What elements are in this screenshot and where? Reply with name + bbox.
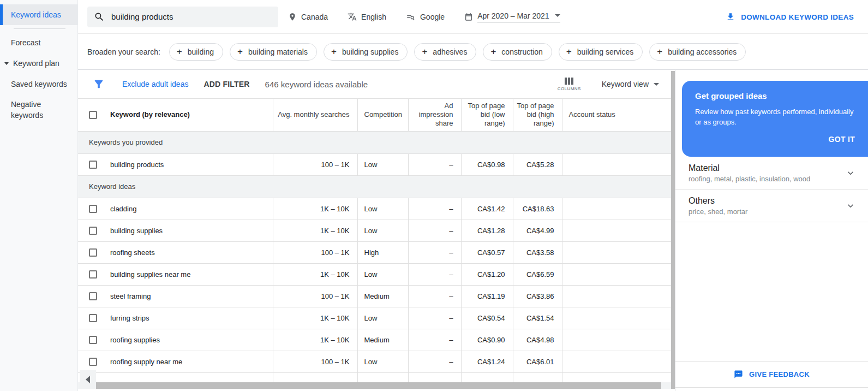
group-row-others[interactable]: Others price, shed, mortar [675,189,868,222]
row-checkbox[interactable] [89,358,97,366]
keyword-table: Keyword (by relevance) Avg. monthly sear… [78,99,671,382]
give-feedback-button[interactable]: GIVE FEEDBACK [675,361,868,388]
column-header-avg-monthly-searches[interactable]: Avg. monthly searches [273,99,357,131]
broaden-chip-building[interactable]: +building [169,43,223,61]
group-subtitle: roofing, metal, plastic, insulation, woo… [689,174,837,184]
top-of-page-bid-low-cell: CA$1.42 [461,198,513,220]
broaden-chip-building-services[interactable]: +building services [559,43,643,61]
row-checkbox[interactable] [89,161,97,169]
ad-impression-share-cell: – [408,351,461,372]
keyword-cell: cladding [110,205,136,213]
competition-cell: Low [357,263,408,285]
column-header-top-of-page-bid-high[interactable]: Top of page bid (high range) [513,99,562,131]
top-of-page-bid-high-cell: CA$3.86 [513,285,562,307]
table-row: roofing sheets 100 – 1K High – CA$0.57 C… [78,241,671,263]
row-checkbox[interactable] [89,205,97,213]
table-row: roofing supply near me 100 – 1K Low – CA… [78,351,671,372]
scroll-left-button[interactable] [80,370,96,389]
account-status-cell [562,329,671,351]
location-selector[interactable]: Canada [288,13,328,21]
group-row-material[interactable]: Material roofing, metal, plastic, insula… [675,157,868,189]
column-header-keyword[interactable]: Keyword (by relevance) [78,99,273,131]
sidebar-item-keyword-plan[interactable]: Keyword plan [0,53,77,74]
row-checkbox[interactable] [89,336,97,344]
competition-cell: High [357,241,408,263]
filter-funnel-icon[interactable] [93,78,105,90]
column-header-account-status[interactable]: Account status [562,99,671,131]
got-it-button[interactable]: GOT IT [695,135,855,144]
search-icon [94,11,105,22]
ad-impression-share-cell: – [408,329,461,351]
give-feedback-label: GIVE FEEDBACK [749,370,810,378]
top-of-page-bid-high-cell: CA$6.01 [513,351,562,372]
avg-monthly-searches-cell: 1K – 10K [273,220,357,241]
broaden-chip-building-supplies[interactable]: +building supplies [324,43,408,61]
row-checkbox[interactable] [89,270,97,279]
plus-icon: + [177,47,182,56]
competition-cell: Medium [357,285,408,307]
sidebar-item-saved-keywords[interactable]: Saved keywords [0,74,77,94]
row-checkbox[interactable] [89,314,97,322]
horizontal-scrollbar[interactable] [78,382,671,389]
keyword-view-dropdown[interactable]: Keyword view [602,80,659,88]
exclude-adult-ideas-link[interactable]: Exclude adult ideas [122,80,188,88]
keyword-view-label: Keyword view [602,80,649,88]
network-selector[interactable]: Google [406,12,445,22]
content-area: Exclude adult ideas ADD FILTER 646 keywo… [78,70,868,391]
sidebar-item-negative-keywords[interactable]: Negative keywords [0,94,77,125]
topbar: Canada English Google Apr 2020 – Mar 202… [78,0,868,70]
broaden-chip-building-accessories[interactable]: +building accessories [649,43,746,61]
account-status-cell [562,307,671,329]
column-header-top-of-page-bid-low[interactable]: Top of page bid (low range) [461,99,513,131]
ad-impression-share-cell: – [408,198,461,220]
keyword-search-box[interactable] [87,7,278,27]
account-status-cell [562,351,671,372]
avg-monthly-searches-cell: 1K – 10K [273,198,357,220]
account-status-cell [562,153,671,175]
date-range-selector[interactable]: Apr 2020 – Mar 2021 [464,11,560,22]
keyword-cell: building supplies [110,227,163,235]
column-header-competition[interactable]: Competition [357,99,408,131]
top-of-page-bid-high-cell: CA$5.28 [513,153,562,175]
add-filter-button[interactable]: ADD FILTER [203,80,249,88]
language-selector[interactable]: English [348,12,386,21]
sidebar-item-keyword-ideas[interactable]: Keyword ideas [0,4,77,25]
top-of-page-bid-low-cell: CA$1.24 [461,351,513,372]
plus-icon: + [331,47,337,56]
top-of-page-bid-high-cell: CA$18.63 [513,198,562,220]
table-header-row: Keyword (by relevance) Avg. monthly sear… [78,99,671,131]
broaden-chip-building-materials[interactable]: +building materials [230,43,317,61]
horizontal-scrollbar-thumb[interactable] [95,382,661,389]
vertical-scrollbar[interactable] [671,71,675,389]
column-header-ad-impression-share[interactable]: Ad impression share [408,99,461,131]
table-section-row: Keywords you provided [78,131,671,153]
download-icon [726,12,735,22]
row-checkbox[interactable] [89,292,97,300]
chevron-down-icon[interactable] [845,200,856,211]
top-of-page-bid-low-cell: CA$1.19 [461,285,513,307]
account-status-cell [562,220,671,241]
section-title: Keywords you provided [78,131,671,153]
grouped-ideas-panel: Get grouped ideas Review how past keywor… [675,70,868,391]
group-title: Others [689,194,837,207]
column-header-label: Keyword (by relevance) [110,110,190,119]
row-checkbox[interactable] [89,227,97,235]
avg-monthly-searches-cell: 1K – 10K [273,307,357,329]
chevron-down-icon[interactable] [845,168,856,179]
download-keyword-ideas-button[interactable]: DOWNLOAD KEYWORD IDEAS [726,0,854,34]
avg-monthly-searches-cell: 1K – 10K [273,263,357,285]
chip-label: building [188,48,214,56]
columns-button[interactable]: COLUMNS [558,78,581,91]
sidebar-item-label: Keyword plan [13,59,59,68]
select-all-checkbox[interactable] [89,111,97,119]
search-input[interactable] [111,12,272,21]
left-arrow-icon [86,376,90,383]
tooltip-title: Get grouped ideas [695,91,855,100]
row-checkbox[interactable] [89,248,97,257]
network-value: Google [420,13,445,21]
broaden-chip-construction[interactable]: +construction [483,43,552,61]
broaden-chip-adhesives[interactable]: +adhesives [414,43,476,61]
ad-impression-share-cell: – [408,307,461,329]
ad-impression-share-cell: – [408,241,461,263]
sidebar-item-forecast[interactable]: Forecast [0,32,77,53]
